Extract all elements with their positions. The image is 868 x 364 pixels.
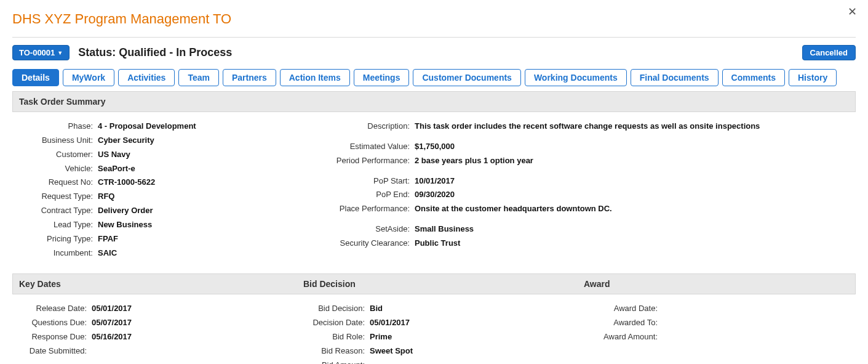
label-lead-type: Lead Type: [16,219,93,231]
tab-working-documents[interactable]: Working Documents [525,69,627,86]
tab-customer-documents[interactable]: Customer Documents [413,69,520,86]
label-place-performance: Place Performance: [311,203,410,215]
award-column: Award Date: Awarded To: Award Amount: [581,303,852,364]
page-title: DHS XYZ Program Management TO [12,11,856,27]
header-bid-decision: Bid Decision [297,274,578,294]
label-business-unit: Business Unit: [16,135,93,147]
label-vehicle: Vehicle: [16,163,93,175]
label-bid-amount: Bid Amount: [300,360,365,364]
label-security-clearance: Security Clearance: [311,238,410,249]
label-decision-date: Decision Date: [300,317,365,329]
key-dates-column: Release Date:05/01/2017 Questions Due:05… [16,303,300,364]
tab-details[interactable]: Details [12,69,59,86]
status-row: TO-00001 ▼ Status: Qualified - In Proces… [12,45,856,60]
tab-action-items[interactable]: Action Items [280,69,350,86]
field-description: Description:This task order includes the… [311,121,852,132]
label-award-date: Award Date: [581,303,658,315]
to-dropdown[interactable]: TO-00001 ▼ [12,45,70,60]
field-pricing-type: Pricing Type:FPAF [16,233,287,245]
field-decision-date: Decision Date:05/01/2017 [300,317,581,329]
field-incumbent: Incumbent:SAIC [16,248,287,259]
field-phase: Phase:4 - Proposal Development [16,121,287,132]
tab-comments[interactable]: Comments [722,69,785,86]
field-pop-start: PoP Start:10/01/2017 [311,176,852,187]
tab-history[interactable]: History [789,69,837,86]
field-bid-decision: Bid Decision:Bid [300,303,581,315]
value-lead-type: New Business [93,219,152,231]
value-pricing-type: FPAF [93,233,118,245]
field-awarded-to: Awarded To: [581,317,852,329]
label-phase: Phase: [16,121,93,132]
label-date-submitted: Date Submitted: [16,346,87,357]
value-security-clearance: Public Trust [410,238,460,249]
field-customer: Customer:US Navy [16,149,287,161]
value-description: This task order includes the recent soft… [410,121,760,132]
label-period-performance: Period Performance: [311,155,410,167]
label-estimated-value: Estimated Value: [311,141,410,153]
tab-final-documents[interactable]: Final Documents [631,69,719,86]
field-pop-end: PoP End:09/30/2020 [311,189,852,201]
close-icon[interactable]: ✕ [848,6,857,17]
section-header-row: Key Dates Bid Decision Award [12,273,856,294]
field-request-type: Request Type:RFQ [16,191,287,203]
label-bid-reason: Bid Reason: [300,346,365,357]
value-contract-type: Delivery Order [93,205,153,217]
status-left: TO-00001 ▼ Status: Qualified - In Proces… [12,45,232,60]
value-request-type: RFQ [93,191,114,203]
value-customer: US Navy [93,149,130,161]
field-date-submitted: Date Submitted: [16,346,300,357]
label-customer: Customer: [16,149,93,161]
field-estimated-value: Estimated Value:$1,750,000 [311,141,852,153]
value-place-performance: Onsite at the customer headquarters down… [410,203,612,215]
header-key-dates: Key Dates [13,274,297,294]
value-bid-reason: Sweet Spot [365,346,413,357]
tab-team[interactable]: Team [178,69,219,86]
value-bid-decision: Bid [365,303,383,315]
field-setaside: SetAside:Small Business [311,224,852,235]
value-bid-amount [365,360,370,364]
label-request-type: Request Type: [16,191,93,203]
tab-meetings[interactable]: Meetings [354,69,410,86]
field-award-amount: Award Amount: [581,331,852,343]
label-bid-decision: Bid Decision: [300,303,365,315]
label-response-due: Response Due: [16,331,87,343]
value-release-date: 05/01/2017 [87,303,132,315]
label-contract-type: Contract Type: [16,205,93,217]
field-bid-reason: Bid Reason:Sweet Spot [300,346,581,357]
cancelled-button[interactable]: Cancelled [802,45,856,60]
label-award-amount: Award Amount: [581,331,658,343]
field-response-due: Response Due:05/16/2017 [16,331,300,343]
label-request-no: Request No: [16,177,93,188]
tab-partners[interactable]: Partners [223,69,276,86]
tab-activities[interactable]: Activities [118,69,175,86]
label-incumbent: Incumbent: [16,248,93,259]
field-business-unit: Business Unit:Cyber Security [16,135,287,147]
label-pop-start: PoP Start: [311,176,410,187]
value-bid-role: Prime [365,331,392,343]
field-vehicle: Vehicle:SeaPort-e [16,163,287,175]
summary-right-column: Description:This task order includes the… [311,121,852,261]
label-bid-role: Bid Role: [300,331,365,343]
label-awarded-to: Awarded To: [581,317,658,329]
value-phase: 4 - Proposal Development [93,121,196,132]
field-award-date: Award Date: [581,303,852,315]
value-award-amount [658,331,663,343]
label-pricing-type: Pricing Type: [16,233,93,245]
caret-down-icon: ▼ [57,50,63,56]
summary-left-column: Phase:4 - Proposal Development Business … [16,121,287,261]
status-text: Status: Qualified - In Process [78,46,232,59]
value-pop-end: 09/30/2020 [410,189,455,201]
field-security-clearance: Security Clearance:Public Trust [311,238,852,249]
tab-mywork[interactable]: MyWork [63,69,114,86]
value-incumbent: SAIC [93,248,117,259]
bid-decision-column: Bid Decision:Bid Decision Date:05/01/201… [300,303,581,364]
section-body-row: Release Date:05/01/2017 Questions Due:05… [12,294,856,364]
field-contract-type: Contract Type:Delivery Order [16,205,287,217]
tab-row: Details MyWork Activities Team Partners … [12,69,856,86]
value-request-no: CTR-1000-5622 [93,177,155,188]
section-header-summary: Task Order Summary [12,91,856,112]
value-vehicle: SeaPort-e [93,163,135,175]
field-bid-role: Bid Role:Prime [300,331,581,343]
value-estimated-value: $1,750,000 [410,141,455,153]
value-award-date [658,303,663,315]
